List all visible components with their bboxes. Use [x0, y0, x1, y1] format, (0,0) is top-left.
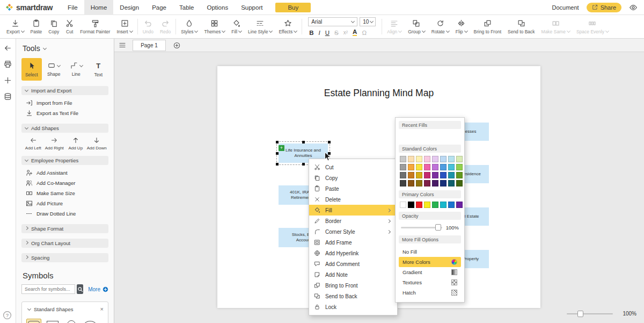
opacity-slider[interactable]: 100% — [399, 223, 461, 232]
color-swatch[interactable] — [440, 164, 447, 170]
gradient-option[interactable]: Gradient — [399, 267, 461, 277]
section-spacing[interactable]: Spacing — [21, 253, 108, 262]
symbol-button[interactable]: Ω — [362, 30, 367, 36]
font-color-button[interactable]: A — [353, 28, 357, 36]
symbol-rectangle[interactable] — [45, 319, 60, 323]
color-swatch[interactable] — [432, 172, 438, 178]
textures-option[interactable]: Textures — [399, 277, 461, 288]
color-swatch[interactable] — [448, 180, 455, 186]
add-co-manager-button[interactable]: Add Co-Manager — [21, 178, 108, 188]
bold-button[interactable]: B — [309, 30, 313, 36]
cut-button[interactable]: Cut — [62, 19, 77, 34]
add-left-button[interactable]: Add Left — [23, 137, 44, 150]
bring-to-front-button[interactable]: Bring to Front — [471, 19, 505, 34]
flip-button[interactable]: Flip — [452, 19, 471, 34]
strikethrough-button[interactable]: S — [334, 30, 339, 36]
page-list-icon[interactable] — [119, 41, 126, 49]
collapse-chevron-icon[interactable] — [27, 306, 31, 310]
no-fill-option[interactable]: No Fill — [399, 247, 461, 257]
add-up-button[interactable]: Add Up — [65, 137, 86, 150]
font-size-select[interactable]: 10 — [360, 17, 376, 26]
symbol-search-input[interactable] — [21, 284, 75, 294]
color-swatch[interactable] — [408, 164, 414, 170]
format-painter-button[interactable]: Format Painter — [77, 19, 113, 34]
context-border[interactable]: Border — [309, 216, 397, 226]
paste-button[interactable]: Paste — [27, 19, 46, 34]
symbol-circle[interactable] — [64, 319, 79, 323]
context-cut[interactable]: Cut — [309, 162, 397, 173]
resize-handle[interactable] — [302, 163, 305, 166]
color-swatch[interactable] — [400, 172, 406, 178]
color-swatch[interactable] — [456, 156, 463, 162]
color-swatch[interactable] — [440, 202, 447, 208]
close-icon[interactable]: × — [100, 306, 104, 312]
underline-button[interactable]: U — [325, 30, 330, 36]
align-button[interactable]: Align — [384, 19, 405, 34]
context-add-hyperlink[interactable]: Add Hyperlink — [309, 248, 397, 259]
add-assistant-button[interactable]: Add Assistant — [21, 168, 108, 178]
color-swatch[interactable] — [440, 156, 447, 162]
color-swatch[interactable] — [448, 172, 455, 178]
add-down-button[interactable]: Add Down — [86, 137, 108, 150]
resize-handle[interactable] — [276, 152, 279, 155]
context-delete[interactable]: Delete — [309, 194, 397, 205]
export-as-text-button[interactable]: Export as Text File — [21, 108, 108, 118]
resize-handle[interactable] — [276, 141, 279, 143]
zoom-slider-handle[interactable] — [577, 311, 583, 317]
redo-button[interactable]: Redo — [157, 19, 174, 34]
color-swatch[interactable] — [416, 156, 422, 162]
insert-button[interactable]: Insert — [113, 19, 135, 34]
tool-line[interactable]: Line — [66, 58, 86, 81]
tools-panel-title[interactable]: Tools — [23, 44, 108, 53]
resize-handle[interactable] — [328, 141, 331, 143]
color-swatch[interactable] — [448, 164, 455, 170]
undo-button[interactable]: Undo — [140, 19, 157, 34]
color-swatch[interactable] — [416, 180, 422, 186]
tool-shape[interactable]: Shape — [44, 58, 64, 81]
color-swatch[interactable] — [432, 202, 438, 208]
resize-handle[interactable] — [328, 152, 331, 155]
hatch-option[interactable]: Hatch — [399, 288, 461, 298]
copy-button[interactable]: Copy — [45, 19, 62, 34]
color-swatch[interactable] — [400, 156, 406, 162]
color-swatch[interactable] — [440, 172, 447, 178]
color-swatch[interactable] — [440, 180, 447, 186]
smartdraw-logo[interactable]: smartdraw — [0, 3, 61, 12]
section-shape-format[interactable]: Shape Format — [21, 224, 108, 233]
symbol-ellipse[interactable] — [83, 319, 98, 323]
color-swatch[interactable] — [432, 164, 438, 170]
zoom-slider[interactable] — [567, 313, 613, 314]
draw-dotted-line-button[interactable]: Draw Dotted Line — [21, 209, 108, 219]
add-connected-shape-button[interactable]: + — [279, 145, 284, 151]
share-button[interactable]: Share — [587, 3, 621, 12]
diagram-title[interactable]: Estate Planning Mind Map — [217, 88, 540, 99]
rotate-button[interactable]: Rotate — [428, 19, 452, 34]
more-symbols-link[interactable]: More — [88, 286, 108, 292]
menu-item[interactable]: Support — [235, 0, 269, 15]
context-corner-style[interactable]: Corner Style — [309, 226, 397, 237]
color-swatch[interactable] — [424, 156, 430, 162]
menu-item[interactable]: Design — [113, 0, 145, 15]
section-org-chart-layout[interactable]: Org Chart Layout — [21, 239, 108, 248]
back-arrow-icon[interactable] — [4, 44, 12, 52]
print-icon[interactable] — [4, 60, 12, 68]
color-swatch[interactable] — [456, 202, 463, 208]
tool-text[interactable]: T Text — [89, 58, 109, 81]
import-from-file-button[interactable]: Import from File — [21, 98, 108, 108]
color-swatch[interactable] — [424, 180, 430, 186]
context-lock[interactable]: Lock — [309, 302, 397, 312]
buy-button[interactable]: Buy — [275, 3, 311, 12]
preview-eye-icon[interactable] — [629, 3, 638, 12]
context-add-frame[interactable]: Add Frame — [309, 237, 397, 248]
color-swatch[interactable] — [408, 172, 414, 178]
section-import-export[interactable]: Import and Export — [21, 86, 108, 95]
color-swatch[interactable] — [456, 172, 463, 178]
color-swatch[interactable] — [424, 164, 430, 170]
effects-button[interactable]: Effects — [275, 19, 300, 34]
section-employee-properties[interactable]: Employee Properties — [21, 156, 108, 165]
more-colors-option[interactable]: More Colors — [399, 257, 461, 267]
color-swatch[interactable] — [432, 180, 438, 186]
group-button[interactable]: Group — [405, 19, 428, 34]
new-document-plus-icon[interactable] — [4, 76, 12, 84]
export-button[interactable]: Export — [3, 19, 27, 34]
